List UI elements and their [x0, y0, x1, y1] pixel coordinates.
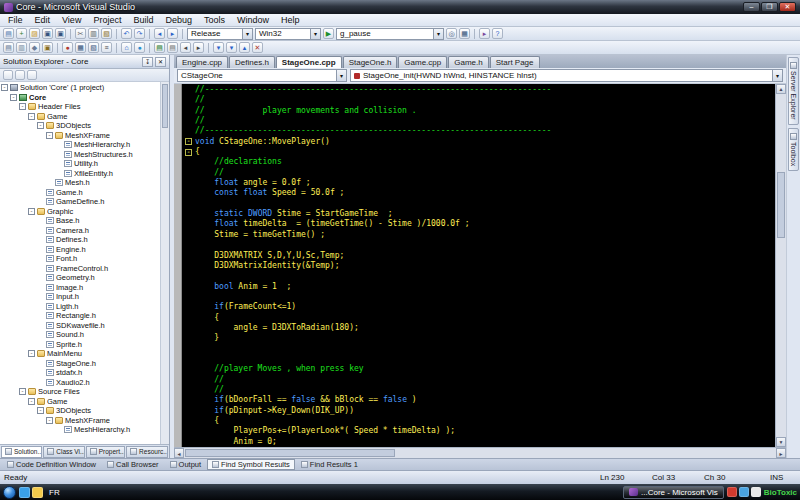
code-line-32[interactable]: if(pDinput->Key_Down(DIK_UP)) — [182, 406, 775, 416]
add-item-icon[interactable]: + — [16, 28, 27, 39]
tree-item-stdafx-h[interactable]: stdafx.h — [0, 368, 160, 378]
tray-app-label[interactable]: BioToxic — [764, 488, 797, 497]
collapse-icon[interactable]: - — [46, 417, 53, 424]
code-line-29[interactable]: // — [182, 375, 775, 385]
tree-item-engine-h[interactable]: Engine.h — [0, 245, 160, 255]
error-list-icon[interactable]: ● — [62, 42, 73, 53]
tree-item-image-h[interactable]: Image.h — [0, 283, 160, 293]
macro-icon[interactable]: ▸ — [479, 28, 490, 39]
collapse-icon[interactable]: - — [28, 208, 35, 215]
code-line-33[interactable]: { — [182, 416, 775, 426]
document-tab-stageone-cpp[interactable]: StageOne.cpp — [276, 56, 342, 68]
tray-volume-icon[interactable] — [751, 487, 761, 497]
code-line-11[interactable]: const float Speed = 50.0f ; — [182, 188, 775, 198]
tray-network-icon[interactable] — [739, 487, 749, 497]
tree-item-camera-h[interactable]: Camera.h — [0, 226, 160, 236]
menu-debug[interactable]: Debug — [159, 14, 198, 26]
maximize-button[interactable]: ❐ — [761, 2, 778, 12]
code-line-23[interactable]: { — [182, 313, 775, 323]
chevron-down-icon[interactable]: ▾ — [336, 70, 346, 81]
menu-view[interactable]: View — [56, 14, 87, 26]
close-icon[interactable]: ✕ — [155, 57, 166, 67]
collapse-icon[interactable]: - — [19, 103, 26, 110]
tree-item-input-h[interactable]: Input.h — [0, 292, 160, 302]
panel-tab-call-browser[interactable]: Call Browser — [102, 459, 164, 470]
tree-item-mesh-h[interactable]: Mesh.h — [0, 178, 160, 188]
scroll-right-icon[interactable]: ► — [776, 448, 786, 458]
menu-window[interactable]: Window — [231, 14, 275, 26]
tree-item-game[interactable]: -Game — [0, 397, 160, 407]
code-line-18[interactable]: D3DXMatrixIdentity(&Temp); — [182, 261, 775, 271]
navigate-backward-icon[interactable]: ◂ — [154, 28, 165, 39]
tree-item-meshxframe[interactable]: -MeshXFrame — [0, 131, 160, 141]
open-file-icon[interactable]: ▨ — [29, 28, 40, 39]
collapse-icon[interactable]: - — [19, 388, 26, 395]
code-line-5[interactable]: //--------------------------------------… — [182, 126, 775, 136]
scroll-left-icon[interactable]: ◄ — [174, 448, 184, 458]
tree-item-rectangle-h[interactable]: Rectangle.h — [0, 311, 160, 321]
code-line-13[interactable]: static DWORD Stime = StartGameTime ; — [182, 209, 775, 219]
code-editor[interactable]: //--------------------------------------… — [174, 84, 786, 447]
scrollbar-thumb[interactable] — [185, 449, 395, 457]
menu-build[interactable]: Build — [127, 14, 159, 26]
code-text-area[interactable]: //--------------------------------------… — [182, 84, 775, 447]
tree-item-defines-h[interactable]: Defines.h — [0, 235, 160, 245]
new-project-icon[interactable]: ▤ — [3, 28, 14, 39]
document-tab-start-page[interactable]: Start Page — [490, 56, 540, 68]
tree-item-framecontrol-h[interactable]: FrameControl.h — [0, 264, 160, 274]
taskbar-window-button[interactable]: ...Core - Microsoft Vis — [623, 486, 724, 499]
collapse-icon[interactable]: - — [1, 84, 8, 91]
start-page-icon[interactable]: ⌂ — [121, 42, 132, 53]
tree-item-sprite-h[interactable]: Sprite.h — [0, 340, 160, 350]
clear-bookmarks-icon[interactable]: ✕ — [252, 42, 263, 53]
code-line-21[interactable] — [182, 292, 775, 302]
toolbox-toggle-icon[interactable]: ▣ — [42, 42, 53, 53]
help-icon[interactable]: ? — [492, 28, 503, 39]
tree-item-source-files[interactable]: -Source Files — [0, 387, 160, 397]
fold-toggle-icon[interactable]: - — [185, 149, 192, 156]
chevron-down-icon[interactable]: ▾ — [242, 29, 252, 39]
editor-vertical-scrollbar[interactable]: ▲ ▼ — [775, 84, 786, 447]
tree-item-base-h[interactable]: Base.h — [0, 216, 160, 226]
panel-tab-code-definition-window[interactable]: Code Definition Window — [2, 459, 101, 470]
copy-icon[interactable]: ▥ — [88, 28, 99, 39]
cut-icon[interactable]: ✂ — [75, 28, 86, 39]
code-line-22[interactable]: if(FrameCount<=1) — [182, 302, 775, 312]
command-window-icon[interactable]: ≡ — [101, 42, 112, 53]
code-line-16[interactable] — [182, 240, 775, 250]
tree-item-game-h[interactable]: Game.h — [0, 188, 160, 198]
tree-item-sound-h[interactable]: Sound.h — [0, 330, 160, 340]
code-line-34[interactable]: PlayerPos+=(PlayerLook*( Speed * timeDel… — [182, 426, 775, 436]
tree-item-font-h[interactable]: Font.h — [0, 254, 160, 264]
tree-item-xaudio2-h[interactable]: Xaudio2.h — [0, 378, 160, 388]
code-line-31[interactable]: if(bDoorFall == false && bBlock == false… — [182, 395, 775, 405]
menu-help[interactable]: Help — [275, 14, 306, 26]
scroll-up-icon[interactable]: ▲ — [776, 84, 786, 94]
document-tab-game-h[interactable]: Game.h — [448, 56, 488, 68]
chevron-down-icon[interactable]: ▾ — [433, 29, 443, 39]
code-line-25[interactable]: } — [182, 333, 775, 343]
find-in-files-icon[interactable]: ▦ — [459, 28, 470, 39]
scrollbar-thumb[interactable] — [777, 172, 785, 238]
explorer-icon[interactable] — [32, 487, 43, 498]
decrease-indent-icon[interactable]: ◂ — [180, 42, 191, 53]
undo-icon[interactable]: ↶ — [121, 28, 132, 39]
auto-hide-pin-icon[interactable]: ↧ — [142, 57, 153, 67]
tree-item-xfileentity-h[interactable]: XfileEntity.h — [0, 169, 160, 179]
types-combo[interactable]: CStageOne ▾ — [177, 69, 347, 82]
output-window-icon[interactable]: ▦ — [75, 42, 86, 53]
tool-tab-solution[interactable]: Solution... — [1, 446, 42, 458]
start-button-icon[interactable] — [3, 486, 16, 499]
properties-icon[interactable] — [3, 70, 13, 80]
code-line-24[interactable]: angle = D3DXToRadian(180); — [182, 323, 775, 333]
tool-tab-class-vi[interactable]: Class Vi... — [43, 446, 84, 458]
paste-icon[interactable]: ▧ — [101, 28, 112, 39]
show-all-files-icon[interactable] — [15, 70, 25, 80]
panel-tab-find-symbol-results[interactable]: Find Symbol Results — [207, 459, 295, 470]
tool-tab-resourc[interactable]: Resourc... — [126, 446, 168, 458]
tree-item-geometry-h[interactable]: Geometry.h — [0, 273, 160, 283]
code-line-20[interactable]: bool Anim = 1 ; — [182, 282, 775, 292]
close-button[interactable]: ✕ — [779, 2, 796, 12]
tree-item-core[interactable]: -Core — [0, 93, 160, 103]
code-line-2[interactable]: // — [182, 95, 775, 105]
